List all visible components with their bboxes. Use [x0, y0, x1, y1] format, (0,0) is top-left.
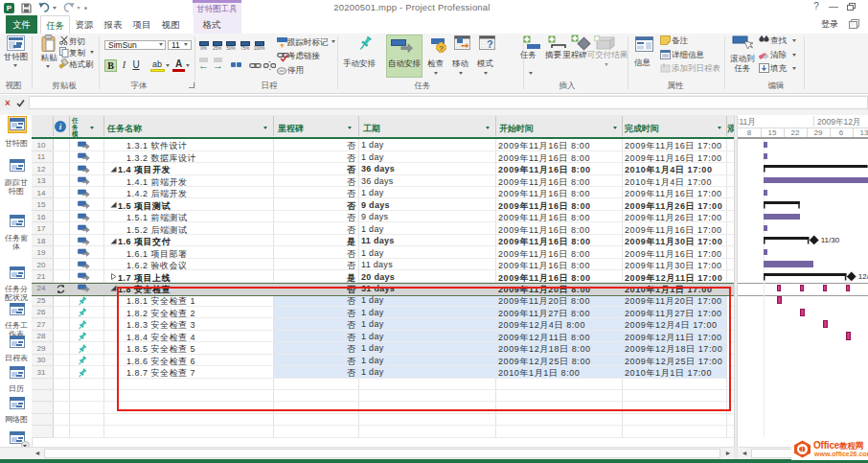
- svg-text:?: ?: [439, 44, 444, 53]
